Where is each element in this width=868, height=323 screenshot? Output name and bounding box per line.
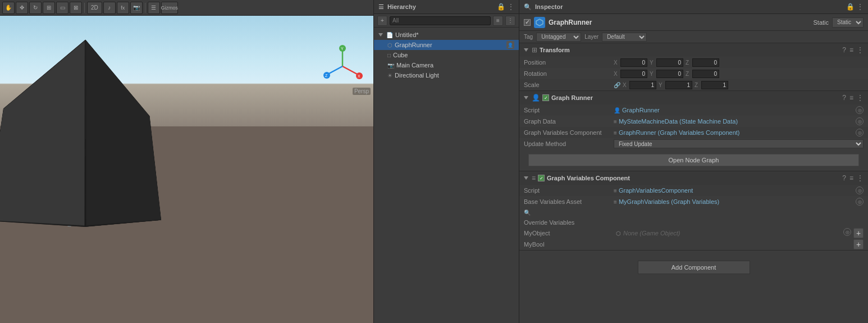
graph-runner-icon: 👤 [532,94,540,102]
scale-y-field: Y [659,81,692,89]
move-tool-btn[interactable]: ✥ [16,2,28,14]
graphrunner-updatemethod-label: Update Method [524,140,614,147]
position-x-input[interactable] [620,58,647,67]
hierarchy-item-graphrunner[interactable]: ⬡ GraphRunner 👤 [374,40,519,50]
scale-z-input[interactable] [701,81,728,89]
position-z-input[interactable] [692,58,719,67]
svg-text:Z: Z [325,74,328,78]
graphvars-myobject-row: MyObject ⬡ None (Game Object) ◎ + [519,228,868,239]
open-node-graph-wrapper: Open Node Graph [519,149,868,171]
myobject-add-btn[interactable]: + [853,228,864,238]
graph-runner-settings-icon[interactable]: ≡ [849,94,853,102]
object-enable-checkbox[interactable]: ✓ [524,19,531,26]
transform-settings-icon[interactable]: ≡ [849,46,853,54]
graph-runner-more-icon[interactable]: ⋮ [857,94,864,102]
mybool-add-btn[interactable]: + [853,239,864,249]
maincamera-label: Main Camera [396,62,433,69]
graphvars-script-label: Script [524,187,614,194]
graphrunner-graphvars-row: Graph Variables Component ≡ GraphRunner … [519,127,868,138]
scale-x-input[interactable] [629,81,656,89]
graph-variables-help-icon[interactable]: ? [842,174,846,182]
svg-marker-9 [536,19,543,26]
inspector-lock-icon[interactable]: 🔒 [846,3,855,11]
svg-line-6 [328,66,342,74]
dirlight-label: Directional Light [395,72,439,79]
graphrunner-script-link[interactable]: GraphRunner [622,107,660,113]
rotate-tool-btn[interactable]: ↻ [29,2,42,14]
scale-y-input[interactable] [665,81,692,89]
svg-text:Y: Y [341,47,344,51]
graphrunner-graphvars-link[interactable]: GraphRunner (Graph Variables Component) [619,129,740,136]
rotation-z-input[interactable] [692,70,719,78]
hierarchy-item-untitled[interactable]: 📄 Untitled* [374,30,519,40]
transform-header[interactable]: ⊞ Transform ? ≡ ⋮ [519,43,868,57]
graphvars-script-link[interactable]: GraphVariablesComponent [619,187,693,194]
graphrunner-graphvars-target-btn[interactable]: ◎ [856,129,864,137]
hierarchy-more-options-btn[interactable]: ⋮ [505,16,515,26]
hierarchy-add-btn[interactable]: + [377,16,387,26]
graphrunner-icon: ⬡ [387,42,392,48]
fx-btn[interactable]: fx [117,2,129,14]
graphrunner-graphvars-value: ≡ GraphRunner (Graph Variables Component… [614,129,856,136]
graph-variables-settings-icon[interactable]: ≡ [849,174,853,182]
scale-row: Scale 🔗 X Y Z [519,79,868,90]
graph-variables-header[interactable]: ≡ ✓ Graph Variables Component ? ≡ ⋮ [519,171,868,185]
myobject-target-btn[interactable]: ◎ [843,228,851,236]
position-y-input[interactable] [656,58,683,67]
hierarchy-toolbar: + ≡ ⋮ [374,14,519,28]
transform-help-icon[interactable]: ? [842,46,846,54]
scale-tool-btn[interactable]: ⊞ [43,2,55,14]
graphrunner-updatemethod-dropdown[interactable]: Fixed Update [614,139,864,148]
scene-gizmos-btn[interactable]: Gizmos [161,2,178,14]
graphvars-script-value: ≡ GraphVariablesComponent [614,187,856,194]
layer-dropdown[interactable]: Default [602,33,647,42]
graphvars-basevars-link[interactable]: MyGraphVariables (Graph Variables) [619,198,719,205]
hierarchy-sort-btn[interactable]: ≡ [493,16,503,26]
tag-dropdown[interactable]: Untagged [536,33,581,42]
open-node-graph-btn[interactable]: Open Node Graph [528,154,859,166]
transform-more-icon[interactable]: ⋮ [857,46,864,54]
graph-runner-help-icon[interactable]: ? [842,94,846,102]
graph-variables-checkbox[interactable]: ✓ [538,175,545,181]
2d-btn[interactable]: 2D [87,2,102,14]
inspector-title: Inspector [535,3,563,10]
svg-text:X: X [358,74,360,78]
scale-z-field: Z [695,81,728,89]
transform-icon: ⊞ [532,46,537,54]
transform-title: Transform [540,47,570,53]
transform-tool-btn[interactable]: ⊠ [70,2,82,14]
add-component-btn[interactable]: Add Component [638,261,750,274]
hierarchy-lock-icon[interactable]: 🔒 [497,3,505,11]
graphrunner-graphdata-link[interactable]: MyStateMachineData (State Machine Data) [619,118,738,125]
static-dropdown[interactable]: Static [832,17,864,28]
graph-runner-checkbox[interactable]: ✓ [542,94,549,101]
rect-tool-btn[interactable]: ▭ [56,2,68,14]
graph-variables-more-icon[interactable]: ⋮ [857,174,864,182]
rotation-y-input[interactable] [656,70,683,78]
graph-runner-title: Graph Runner [551,94,593,101]
hierarchy-search-input[interactable] [390,16,491,25]
camera-btn[interactable]: 📷 [130,2,143,14]
hierarchy-item-maincamera[interactable]: 📷 Main Camera [374,60,519,70]
graphvars-script-target-btn[interactable]: ◎ [856,186,864,194]
hierarchy-item-cube[interactable]: □ Cube [374,50,519,60]
hierarchy-item-dirlight[interactable]: ☀ Directional Light [374,70,519,80]
graphrunner-updatemethod-row: Update Method Fixed Update [519,138,868,149]
rotation-x-input[interactable] [620,70,647,78]
scene-toolbar: ✋ ✥ ↻ ⊞ ▭ ⊠ 2D ♪ fx 📷 ☰ Gizmos [0,0,373,16]
graphrunner-graphdata-target-btn[interactable]: ◎ [856,117,864,125]
persp-label: Persp [353,88,371,95]
inspector-more-icon[interactable]: ⋮ [857,3,864,11]
graphrunner-graphdata-row: Graph Data ≡ MyStateMachineData (State M… [519,116,868,127]
position-label: Position [524,59,614,66]
graphvars-basevars-target-btn[interactable]: ◎ [856,198,864,206]
rotation-z-label: Z [686,71,691,77]
audio-btn[interactable]: ♪ [103,2,116,14]
graphrunner-script-target-btn[interactable]: ◎ [856,106,864,114]
scene-menu-btn[interactable]: ☰ [148,2,160,14]
hand-tool-btn[interactable]: ✋ [2,2,15,14]
graph-runner-header[interactable]: 👤 ✓ Graph Runner ? ≡ ⋮ [519,91,868,104]
hierarchy-more-icon[interactable]: ⋮ [508,3,514,11]
cube-icon: □ [387,52,391,58]
myobject-label: MyObject [524,230,614,236]
